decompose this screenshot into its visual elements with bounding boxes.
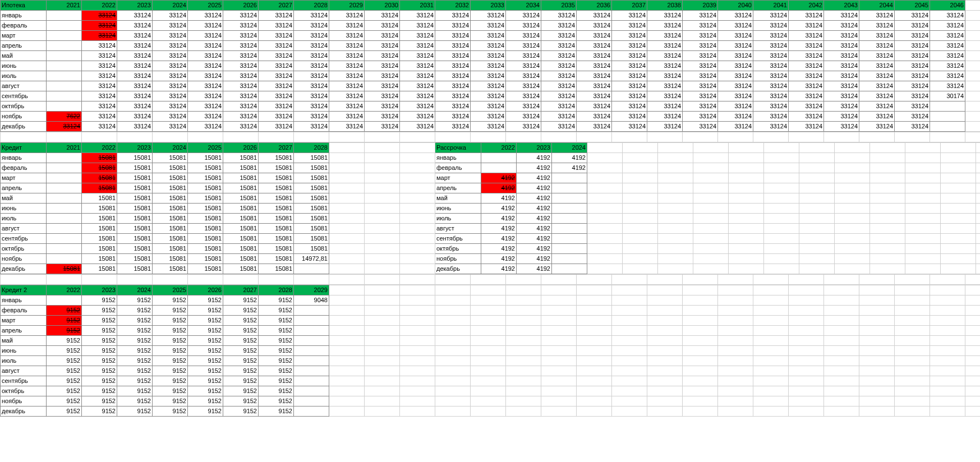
row-label[interactable]: июль (1, 356, 47, 366)
grid-cell[interactable] (365, 406, 400, 417)
data-cell[interactable]: 9152 (82, 396, 117, 406)
data-cell[interactable]: 7622 (47, 112, 82, 122)
data-cell[interactable]: 4192 (481, 244, 517, 254)
data-cell[interactable]: 33124 (117, 21, 153, 31)
grid-cell[interactable] (365, 346, 400, 356)
grid-cell[interactable] (587, 153, 623, 163)
data-cell[interactable]: 9152 (82, 366, 117, 376)
data-cell[interactable]: 33124 (895, 101, 930, 112)
data-cell[interactable]: 33124 (188, 91, 223, 101)
data-cell[interactable]: 33124 (82, 101, 117, 112)
grid-cell[interactable] (623, 234, 658, 244)
grid-cell[interactable] (789, 366, 824, 376)
grid-cell[interactable] (329, 153, 365, 163)
grid-cell[interactable] (729, 173, 764, 183)
grid-cell[interactable] (965, 386, 981, 396)
grid-cell[interactable] (541, 306, 577, 316)
grid-cell[interactable] (400, 275, 435, 285)
data-cell[interactable]: 15081 (259, 244, 294, 254)
data-cell[interactable]: 15081 (223, 214, 259, 224)
data-cell[interactable]: 15081 (82, 234, 117, 244)
data-cell[interactable] (47, 193, 82, 204)
header-year[interactable]: 2022 (481, 143, 517, 153)
data-cell[interactable]: 33124 (82, 91, 117, 101)
grid-cell[interactable] (365, 193, 400, 204)
grid-cell[interactable] (753, 346, 789, 356)
row-label[interactable]: апрель (1, 183, 47, 193)
grid-cell[interactable] (824, 406, 859, 417)
grid-cell[interactable] (506, 406, 541, 417)
data-cell[interactable]: 15081 (188, 173, 223, 183)
data-cell[interactable]: 15081 (223, 163, 259, 173)
grid-cell[interactable] (753, 376, 789, 386)
row-label[interactable]: январь (1, 153, 47, 163)
data-cell[interactable]: 9152 (47, 386, 82, 396)
data-cell[interactable] (47, 81, 82, 91)
grid-cell[interactable] (976, 204, 981, 214)
data-cell[interactable]: 33124 (471, 31, 506, 41)
data-cell[interactable]: 15081 (153, 214, 188, 224)
grid-cell[interactable] (647, 316, 683, 326)
data-cell[interactable] (552, 224, 587, 234)
data-cell[interactable]: 33124 (753, 31, 789, 41)
data-cell[interactable]: 33124 (930, 71, 965, 81)
grid-cell[interactable] (577, 285, 612, 295)
data-cell[interactable]: 33124 (612, 61, 647, 71)
data-cell[interactable]: 15081 (259, 153, 294, 163)
data-cell[interactable]: 33124 (753, 112, 789, 122)
data-cell[interactable]: 33124 (435, 31, 471, 41)
grid-cell[interactable] (895, 366, 930, 376)
data-cell[interactable]: 9152 (223, 295, 259, 306)
data-cell[interactable]: 33124 (329, 71, 365, 81)
data-cell[interactable] (552, 173, 587, 183)
data-cell[interactable]: 33124 (718, 112, 753, 122)
data-cell[interactable]: 33124 (647, 91, 683, 101)
grid-cell[interactable] (729, 204, 764, 214)
grid-cell[interactable] (764, 254, 799, 264)
grid-cell[interactable] (329, 132, 365, 142)
grid-cell[interactable] (965, 1, 981, 11)
grid-cell[interactable] (329, 376, 365, 386)
grid-cell[interactable] (658, 163, 693, 173)
data-cell[interactable]: 33124 (117, 112, 153, 122)
data-cell[interactable]: 15081 (294, 163, 329, 173)
header-year[interactable]: 2035 (541, 1, 577, 11)
data-cell[interactable]: 9152 (223, 356, 259, 366)
data-cell[interactable]: 33124 (718, 41, 753, 51)
grid-cell[interactable] (683, 396, 718, 406)
data-cell[interactable]: 9152 (259, 295, 294, 306)
data-cell[interactable]: 15081 (259, 183, 294, 193)
grid-cell[interactable] (400, 376, 435, 386)
data-cell[interactable]: 33124 (930, 61, 965, 71)
data-cell[interactable] (294, 356, 329, 366)
data-cell[interactable]: 33124 (824, 51, 859, 61)
grid-cell[interactable] (789, 406, 824, 417)
grid-cell[interactable] (859, 336, 895, 346)
grid-cell[interactable] (400, 356, 435, 366)
data-cell[interactable]: 4192 (481, 193, 517, 204)
grid-cell[interactable] (965, 295, 981, 306)
grid-cell[interactable] (965, 91, 981, 101)
data-cell[interactable]: 33124 (753, 81, 789, 91)
grid-cell[interactable] (329, 234, 365, 244)
data-cell[interactable]: 33124 (859, 31, 895, 41)
data-cell[interactable]: 33124 (612, 41, 647, 51)
grid-cell[interactable] (789, 376, 824, 386)
data-cell[interactable]: 33124 (400, 122, 435, 132)
data-cell[interactable]: 33124 (329, 31, 365, 41)
grid-cell[interactable] (400, 234, 435, 244)
data-cell[interactable]: 33124 (647, 61, 683, 71)
grid-cell[interactable] (647, 356, 683, 366)
data-cell[interactable]: 33124 (329, 41, 365, 51)
data-cell[interactable]: 9152 (259, 396, 294, 406)
grid-cell[interactable] (930, 295, 965, 306)
grid-cell[interactable] (905, 193, 941, 204)
data-cell[interactable]: 9152 (82, 346, 117, 356)
data-cell[interactable]: 33124 (259, 81, 294, 91)
grid-cell[interactable] (941, 234, 976, 244)
grid-cell[interactable] (541, 366, 577, 376)
data-cell[interactable]: 15081 (223, 234, 259, 244)
data-cell[interactable] (47, 31, 82, 41)
data-cell[interactable]: 33124 (895, 51, 930, 61)
row-label[interactable]: апрель (1, 41, 47, 51)
